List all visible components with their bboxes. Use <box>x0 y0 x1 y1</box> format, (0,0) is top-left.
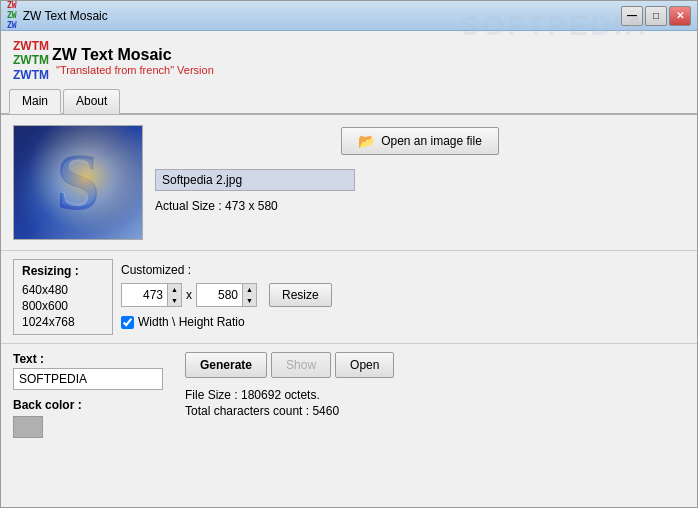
width-up-btn[interactable]: ▲ <box>167 284 181 295</box>
backcolor-group: Back color : <box>13 398 173 438</box>
close-button[interactable]: ✕ <box>669 6 691 26</box>
app-subtitle: "Translated from french" Version <box>56 64 214 76</box>
action-buttons: Generate Show Open <box>185 352 685 378</box>
ratio-checkbox[interactable] <box>121 316 134 329</box>
actual-size-label: Actual Size : 473 x 580 <box>155 199 685 213</box>
color-swatch[interactable] <box>13 416 43 438</box>
app-logo: ZWTM ZWTM ZWTM ZW Text Mosaic "Translate… <box>13 39 214 82</box>
softpedia-watermark: SOFTPEDIA <box>461 10 648 42</box>
customized-label: Customized : <box>121 263 332 277</box>
preset-1024[interactable]: 1024x768 <box>22 314 104 330</box>
icon-row1: ZW <box>7 1 17 10</box>
resize-presets-panel: Resizing : 640x480 800x600 1024x768 <box>13 259 113 335</box>
height-up-btn[interactable]: ▲ <box>242 284 256 295</box>
file-size-stat: File Size : 180692 octets. <box>185 388 685 402</box>
app-name: ZW Text Mosaic <box>52 46 214 64</box>
height-down-btn[interactable]: ▼ <box>242 295 256 306</box>
folder-icon: 📂 <box>358 133 375 149</box>
resize-custom-panel: Customized : ▲ ▼ x ▲ ▼ <box>113 259 340 333</box>
x-separator: x <box>186 288 192 302</box>
logo-row1: ZWTM <box>13 39 49 53</box>
width-spinner: ▲ ▼ <box>121 283 182 307</box>
header-section: ZWTM ZWTM ZWTM ZW Text Mosaic "Translate… <box>1 31 697 88</box>
top-section: S S 📂 O <box>1 115 697 251</box>
char-count-stat: Total characters count : 5460 <box>185 404 685 418</box>
logo-row2: ZWTM <box>13 53 49 67</box>
show-button[interactable]: Show <box>271 352 331 378</box>
height-spinner-btns: ▲ ▼ <box>242 284 256 306</box>
app-name-block: ZW Text Mosaic "Translated from french" … <box>52 46 214 76</box>
resize-inputs: ▲ ▼ x ▲ ▼ Resize <box>121 283 332 307</box>
icon-row3: ZW <box>7 21 17 30</box>
image-preview: S S <box>13 125 143 240</box>
width-down-btn[interactable]: ▼ <box>167 295 181 306</box>
logo-icon: ZWTM ZWTM ZWTM <box>13 39 49 82</box>
text-field-group: Text : <box>13 352 173 390</box>
width-spinner-btns: ▲ ▼ <box>167 284 181 306</box>
tab-main[interactable]: Main <box>9 89 61 114</box>
preset-640[interactable]: 640x480 <box>22 282 104 298</box>
backcolor-label: Back color : <box>13 398 173 412</box>
app-icon: ZW ZW ZW <box>7 1 17 30</box>
preset-800[interactable]: 800x600 <box>22 298 104 314</box>
backcolor-row <box>13 416 173 438</box>
ratio-checkbox-row: Width \ Height Ratio <box>121 315 332 329</box>
bottom-section: Text : Back color : Generate Show Open <box>1 344 697 507</box>
width-input[interactable] <box>122 286 167 304</box>
main-content: S S 📂 O <box>1 115 697 507</box>
text-color-panel: Text : Back color : <box>13 352 173 499</box>
height-spinner: ▲ ▼ <box>196 283 257 307</box>
title-bar-left: ZW ZW ZW ZW Text Mosaic <box>7 1 108 30</box>
file-stats: File Size : 180692 octets. Total charact… <box>185 388 685 420</box>
resize-title: Resizing : <box>22 264 104 278</box>
text-label: Text : <box>13 352 173 366</box>
s-letter: S <box>56 137 101 228</box>
open-output-button[interactable]: Open <box>335 352 394 378</box>
main-window: ZW ZW ZW ZW Text Mosaic — □ ✕ ZWTM ZWTM … <box>0 0 698 508</box>
ratio-label[interactable]: Width \ Height Ratio <box>138 315 245 329</box>
file-name-display: Softpedia 2.jpg <box>155 169 355 191</box>
resize-button[interactable]: Resize <box>269 283 332 307</box>
resize-section: Resizing : 640x480 800x600 1024x768 Cust… <box>1 251 697 344</box>
logo-row3: ZWTM <box>13 68 49 82</box>
window-title: ZW Text Mosaic <box>23 9 108 23</box>
tab-bar: Main About <box>1 88 697 115</box>
file-info: 📂 Open an image file Softpedia 2.jpg Act… <box>155 125 685 240</box>
open-image-button[interactable]: 📂 Open an image file <box>341 127 499 155</box>
height-input[interactable] <box>197 286 242 304</box>
generate-button[interactable]: Generate <box>185 352 267 378</box>
text-input[interactable] <box>13 368 163 390</box>
maximize-button[interactable]: □ <box>645 6 667 26</box>
generate-panel: Generate Show Open File Size : 180692 oc… <box>185 352 685 499</box>
icon-row2: ZW <box>7 11 17 20</box>
tab-about[interactable]: About <box>63 89 120 114</box>
